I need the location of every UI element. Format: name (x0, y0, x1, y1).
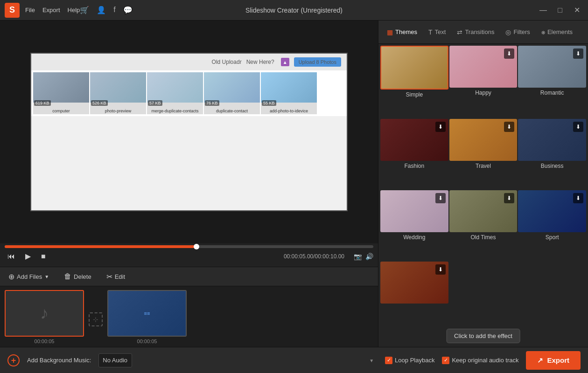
new-here-label: New Here? (246, 59, 274, 65)
thumb-preview-1: ≡≡ (108, 291, 186, 336)
menu-file[interactable]: File (25, 7, 35, 14)
elements-tab-icon: ⎈ (541, 28, 545, 36)
menu-export[interactable]: Export (42, 7, 60, 14)
transitions-tab-label: Transitions (465, 28, 494, 35)
edit-button[interactable]: ✂ Edit (103, 270, 129, 283)
loop-playback-checkbox[interactable]: ✓ Loop Playback (385, 357, 434, 364)
tab-text[interactable]: T Text (424, 26, 450, 39)
theme-wedding-label: Wedding (380, 232, 448, 242)
tab-elements[interactable]: ⎈ Elements (537, 26, 577, 39)
file-name-4: add-photo-to-idevice (261, 109, 317, 113)
app-logo: S (5, 3, 20, 18)
upload-btn-label: Upload 8 Photos (299, 59, 336, 65)
theme-fashion-download: ⬇ (435, 122, 446, 132)
user-icon[interactable]: 👤 (97, 6, 106, 14)
export-button[interactable]: ↗ Export (526, 351, 581, 370)
audio-dropdown[interactable]: No Audio (98, 353, 132, 367)
themes-grid: Simple ⬇ Happy ⬇ Romantic (378, 44, 588, 324)
window-controls: — □ ✕ (537, 4, 583, 17)
upload-button[interactable]: Upload 8 Photos (294, 57, 341, 67)
timeline-caption-1: 00:00:05 (137, 338, 157, 344)
theme-happy-download: ⬇ (504, 48, 514, 59)
menu-help[interactable]: Help (68, 7, 80, 14)
theme-cell-wedding: ⬇ Wedding (380, 190, 448, 261)
skip-back-button[interactable]: ⏮ (5, 251, 18, 262)
facebook-icon[interactable]: f (113, 6, 115, 14)
playback-bar: ⏮ ▶ ■ 00:00:05.00/00:00:10.00 📷 🔊 (0, 243, 378, 267)
title-bar: S File Export Help Slideshow Creator (Un… (0, 0, 588, 21)
theme-travel[interactable]: ⬇ (449, 119, 518, 161)
theme-romantic-label: Romantic (518, 88, 586, 98)
stop-button[interactable]: ■ (38, 251, 49, 262)
timeline-thumb-1[interactable]: ≡≡ (107, 290, 187, 337)
play-button[interactable]: ▶ (22, 251, 34, 262)
add-music-button[interactable]: + (7, 354, 20, 366)
add-music-label: Add Background Music: (27, 357, 91, 364)
theme-cell-travel: ⬇ Travel (449, 119, 518, 189)
theme-business[interactable]: ⬇ (518, 119, 586, 161)
edit-icon: ✂ (106, 272, 112, 281)
file-grid: 619 KB computer 526 KB photo-preview 57 … (31, 70, 347, 116)
theme-romantic-download: ⬇ (573, 48, 583, 59)
file-name-3: duplicate-contact (204, 109, 260, 113)
theme-travel-label: Travel (449, 161, 518, 171)
theme-cell-simple: Simple (380, 46, 448, 118)
timeline-thumb-0[interactable]: ♪ (5, 290, 84, 337)
theme-wedding-download: ⬇ (435, 193, 446, 203)
theme-fashion[interactable]: ⬇ (380, 119, 448, 161)
filters-tab-label: Filters (513, 28, 530, 35)
timeline-item-1: ≡≡ 00:00:05 (107, 290, 187, 344)
volume-icon[interactable]: 🔊 (365, 253, 373, 260)
top-icon-group: 🛒 👤 f 💬 (80, 6, 132, 14)
theme-simple[interactable] (380, 46, 448, 90)
add-icon: ⊕ (8, 272, 14, 281)
media-icons: 📷 🔊 (354, 253, 373, 260)
minimize-button[interactable]: — (537, 4, 550, 17)
theme-wedding[interactable]: ⬇ (380, 190, 448, 232)
close-button[interactable]: ✕ (570, 4, 583, 17)
checkbox-group: ✓ Loop Playback ✓ Keep original audio tr… (385, 357, 518, 364)
keep-audio-checkbox-box: ✓ (442, 357, 449, 364)
theme-happy[interactable]: ⬇ (449, 46, 518, 88)
tab-themes[interactable]: ▦ Themes (382, 26, 422, 39)
file-name-2: merge-duplicate-contacts (147, 109, 203, 113)
shop-icon[interactable]: 🛒 (80, 6, 89, 14)
theme-cell-sport: ⬇ Sport (518, 190, 586, 261)
dropdown-arrow-icon: ▼ (369, 358, 374, 363)
delete-label: Delete (74, 273, 91, 280)
tab-filters[interactable]: ◎ Filters (501, 26, 534, 39)
timeline: ♪ 00:00:05 ⊹ ≡≡ 00:00:05 (0, 286, 378, 347)
file-thumb-4: 55 KB add-photo-to-idevice (261, 72, 317, 114)
progress-bar[interactable] (5, 245, 373, 248)
theme-last[interactable]: ⬇ (380, 262, 448, 304)
theme-oldtimes[interactable]: ⬇ (449, 190, 518, 232)
maximize-button[interactable]: □ (553, 4, 567, 17)
themes-tab-icon: ▦ (387, 28, 393, 36)
left-content: Old Uploadr New Here? ▲ Upload 8 Photos … (0, 21, 378, 347)
theme-last-download: ⬇ (435, 264, 446, 275)
theme-romantic[interactable]: ⬇ (518, 46, 586, 88)
upload-icon: ▲ (281, 58, 289, 66)
delete-button[interactable]: 🗑 Delete (60, 270, 95, 283)
main-content: Old Uploadr New Here? ▲ Upload 8 Photos … (0, 21, 588, 347)
theme-business-download: ⬇ (573, 122, 583, 132)
chat-icon[interactable]: 💬 (123, 6, 133, 14)
theme-sport[interactable]: ⬇ (518, 190, 586, 232)
click-effect-tooltip: Click to add the effect (446, 329, 520, 343)
theme-oldtimes-download: ⬇ (504, 193, 514, 203)
theme-cell-business: ⬇ Business (518, 119, 586, 189)
keep-audio-checkbox[interactable]: ✓ Keep original audio track (442, 357, 518, 364)
theme-sport-label: Sport (518, 232, 586, 242)
add-files-button[interactable]: ⊕ Add Files ▼ (5, 270, 53, 283)
theme-fashion-label: Fashion (380, 161, 448, 171)
controls-row: ⏮ ▶ ■ 00:00:05.00/00:00:10.00 📷 🔊 (5, 251, 373, 262)
file-thumb-2: 57 KB merge-duplicate-contacts (147, 72, 203, 114)
camera-icon[interactable]: 📷 (354, 253, 362, 260)
theme-simple-thumb (381, 47, 448, 89)
old-uploader-label: Old Uploadr (212, 59, 242, 65)
add-files-label: Add Files (17, 273, 42, 280)
text-tab-label: Text (435, 28, 446, 35)
file-name-0: computer (33, 109, 89, 113)
right-panel: ▦ Themes T Text ⇄ Transitions ◎ Filters … (378, 21, 588, 347)
tab-transitions[interactable]: ⇄ Transitions (452, 26, 499, 39)
